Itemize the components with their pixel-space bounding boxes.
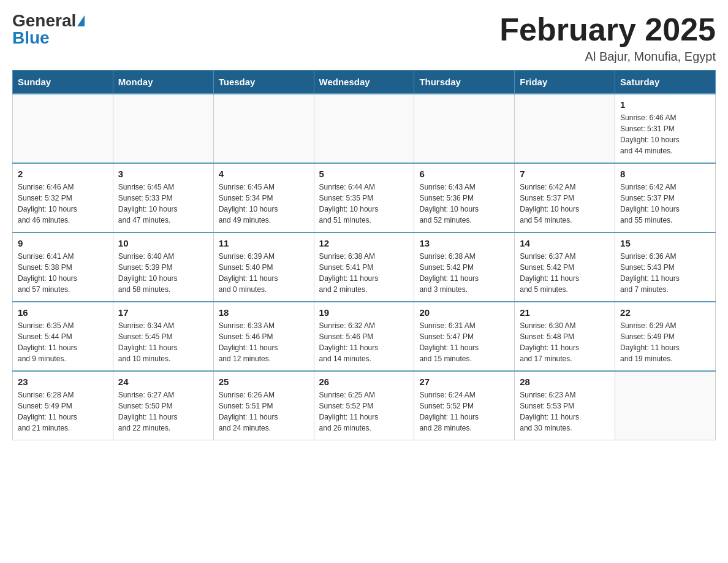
day-info: Sunrise: 6:40 AM Sunset: 5:39 PM Dayligh… <box>118 251 208 295</box>
logo-triangle-icon <box>77 15 85 26</box>
day-number: 6 <box>419 169 509 179</box>
day-info: Sunrise: 6:38 AM Sunset: 5:42 PM Dayligh… <box>419 251 509 295</box>
title-section: February 2025 Al Bajur, Monufia, Egypt <box>499 12 716 64</box>
calendar-cell: 6Sunrise: 6:43 AM Sunset: 5:36 PM Daylig… <box>414 163 515 232</box>
day-header-saturday: Saturday <box>615 71 716 94</box>
logo-general-text: General <box>12 12 76 29</box>
day-info: Sunrise: 6:46 AM Sunset: 5:31 PM Dayligh… <box>620 112 710 156</box>
day-info: Sunrise: 6:27 AM Sunset: 5:50 PM Dayligh… <box>118 389 208 434</box>
day-info: Sunrise: 6:41 AM Sunset: 5:38 PM Dayligh… <box>18 251 108 295</box>
calendar-cell: 7Sunrise: 6:42 AM Sunset: 5:37 PM Daylig… <box>515 163 615 232</box>
calendar-cell: 18Sunrise: 6:33 AM Sunset: 5:46 PM Dayli… <box>213 302 314 371</box>
calendar-header-row: SundayMondayTuesdayWednesdayThursdayFrid… <box>13 71 716 94</box>
page-header: General Blue February 2025 Al Bajur, Mon… <box>12 12 716 64</box>
day-info: Sunrise: 6:28 AM Sunset: 5:49 PM Dayligh… <box>18 389 108 434</box>
day-header-wednesday: Wednesday <box>314 71 414 94</box>
calendar-cell: 28Sunrise: 6:23 AM Sunset: 5:53 PM Dayli… <box>515 371 615 440</box>
day-number: 14 <box>520 238 610 248</box>
day-info: Sunrise: 6:37 AM Sunset: 5:42 PM Dayligh… <box>520 251 610 295</box>
week-row-5: 23Sunrise: 6:28 AM Sunset: 5:49 PM Dayli… <box>13 371 716 440</box>
calendar-cell: 23Sunrise: 6:28 AM Sunset: 5:49 PM Dayli… <box>13 371 113 440</box>
day-number: 19 <box>319 307 409 318</box>
day-number: 10 <box>118 238 208 248</box>
calendar-cell <box>515 94 615 163</box>
day-header-tuesday: Tuesday <box>213 71 314 94</box>
day-number: 7 <box>520 169 610 179</box>
calendar-cell: 10Sunrise: 6:40 AM Sunset: 5:39 PM Dayli… <box>113 232 213 302</box>
day-number: 15 <box>620 238 710 248</box>
day-number: 17 <box>118 307 208 318</box>
calendar-cell: 24Sunrise: 6:27 AM Sunset: 5:50 PM Dayli… <box>113 371 213 440</box>
day-info: Sunrise: 6:30 AM Sunset: 5:48 PM Dayligh… <box>520 320 610 364</box>
day-info: Sunrise: 6:46 AM Sunset: 5:32 PM Dayligh… <box>18 182 108 226</box>
day-number: 11 <box>219 238 309 248</box>
calendar-cell: 20Sunrise: 6:31 AM Sunset: 5:47 PM Dayli… <box>414 302 515 371</box>
calendar-cell: 1Sunrise: 6:46 AM Sunset: 5:31 PM Daylig… <box>615 94 716 163</box>
day-info: Sunrise: 6:33 AM Sunset: 5:46 PM Dayligh… <box>219 320 309 364</box>
calendar-cell: 3Sunrise: 6:45 AM Sunset: 5:33 PM Daylig… <box>113 163 213 232</box>
day-number: 2 <box>18 169 108 179</box>
calendar-cell <box>615 371 716 440</box>
calendar-table: SundayMondayTuesdayWednesdayThursdayFrid… <box>12 70 716 440</box>
calendar-cell: 16Sunrise: 6:35 AM Sunset: 5:44 PM Dayli… <box>13 302 113 371</box>
day-info: Sunrise: 6:39 AM Sunset: 5:40 PM Dayligh… <box>219 251 309 295</box>
calendar-cell: 12Sunrise: 6:38 AM Sunset: 5:41 PM Dayli… <box>314 232 414 302</box>
calendar-cell: 19Sunrise: 6:32 AM Sunset: 5:46 PM Dayli… <box>314 302 414 371</box>
day-number: 8 <box>620 169 710 179</box>
day-info: Sunrise: 6:29 AM Sunset: 5:49 PM Dayligh… <box>620 320 710 364</box>
day-number: 26 <box>319 377 409 387</box>
calendar-cell <box>13 94 113 163</box>
calendar-cell: 21Sunrise: 6:30 AM Sunset: 5:48 PM Dayli… <box>515 302 615 371</box>
calendar-cell <box>113 94 213 163</box>
calendar-cell: 14Sunrise: 6:37 AM Sunset: 5:42 PM Dayli… <box>515 232 615 302</box>
logo: General Blue <box>12 12 85 47</box>
day-number: 4 <box>219 169 309 179</box>
calendar-cell: 25Sunrise: 6:26 AM Sunset: 5:51 PM Dayli… <box>213 371 314 440</box>
day-info: Sunrise: 6:45 AM Sunset: 5:34 PM Dayligh… <box>219 182 309 226</box>
day-number: 25 <box>219 377 309 387</box>
calendar-cell: 15Sunrise: 6:36 AM Sunset: 5:43 PM Dayli… <box>615 232 716 302</box>
day-header-monday: Monday <box>113 71 213 94</box>
day-number: 21 <box>520 307 610 318</box>
calendar-cell: 17Sunrise: 6:34 AM Sunset: 5:45 PM Dayli… <box>113 302 213 371</box>
day-number: 23 <box>18 377 108 387</box>
calendar-title: February 2025 <box>499 12 716 47</box>
day-info: Sunrise: 6:34 AM Sunset: 5:45 PM Dayligh… <box>118 320 208 364</box>
day-info: Sunrise: 6:45 AM Sunset: 5:33 PM Dayligh… <box>118 182 208 226</box>
day-number: 9 <box>18 238 108 248</box>
calendar-cell <box>213 94 314 163</box>
calendar-cell: 5Sunrise: 6:44 AM Sunset: 5:35 PM Daylig… <box>314 163 414 232</box>
day-info: Sunrise: 6:42 AM Sunset: 5:37 PM Dayligh… <box>620 182 710 226</box>
calendar-cell: 9Sunrise: 6:41 AM Sunset: 5:38 PM Daylig… <box>13 232 113 302</box>
calendar-cell: 26Sunrise: 6:25 AM Sunset: 5:52 PM Dayli… <box>314 371 414 440</box>
day-number: 24 <box>118 377 208 387</box>
day-number: 3 <box>118 169 208 179</box>
day-number: 1 <box>620 99 710 110</box>
week-row-4: 16Sunrise: 6:35 AM Sunset: 5:44 PM Dayli… <box>13 302 716 371</box>
calendar-cell: 27Sunrise: 6:24 AM Sunset: 5:52 PM Dayli… <box>414 371 515 440</box>
day-number: 27 <box>419 377 509 387</box>
week-row-2: 2Sunrise: 6:46 AM Sunset: 5:32 PM Daylig… <box>13 163 716 232</box>
calendar-cell: 22Sunrise: 6:29 AM Sunset: 5:49 PM Dayli… <box>615 302 716 371</box>
calendar-cell: 11Sunrise: 6:39 AM Sunset: 5:40 PM Dayli… <box>213 232 314 302</box>
day-info: Sunrise: 6:31 AM Sunset: 5:47 PM Dayligh… <box>419 320 509 364</box>
day-info: Sunrise: 6:35 AM Sunset: 5:44 PM Dayligh… <box>18 320 108 364</box>
calendar-cell <box>314 94 414 163</box>
day-info: Sunrise: 6:36 AM Sunset: 5:43 PM Dayligh… <box>620 251 710 295</box>
day-number: 22 <box>620 307 710 318</box>
day-info: Sunrise: 6:44 AM Sunset: 5:35 PM Dayligh… <box>319 182 409 226</box>
day-number: 12 <box>319 238 409 248</box>
logo-blue-text: Blue <box>12 28 50 47</box>
day-header-friday: Friday <box>515 71 615 94</box>
calendar-cell <box>414 94 515 163</box>
calendar-cell: 13Sunrise: 6:38 AM Sunset: 5:42 PM Dayli… <box>414 232 515 302</box>
week-row-3: 9Sunrise: 6:41 AM Sunset: 5:38 PM Daylig… <box>13 232 716 302</box>
calendar-cell: 8Sunrise: 6:42 AM Sunset: 5:37 PM Daylig… <box>615 163 716 232</box>
day-info: Sunrise: 6:26 AM Sunset: 5:51 PM Dayligh… <box>219 389 309 434</box>
day-info: Sunrise: 6:24 AM Sunset: 5:52 PM Dayligh… <box>419 389 509 434</box>
day-info: Sunrise: 6:25 AM Sunset: 5:52 PM Dayligh… <box>319 389 409 434</box>
day-number: 5 <box>319 169 409 179</box>
day-number: 28 <box>520 377 610 387</box>
calendar-subtitle: Al Bajur, Monufia, Egypt <box>499 50 716 64</box>
day-info: Sunrise: 6:32 AM Sunset: 5:46 PM Dayligh… <box>319 320 409 364</box>
